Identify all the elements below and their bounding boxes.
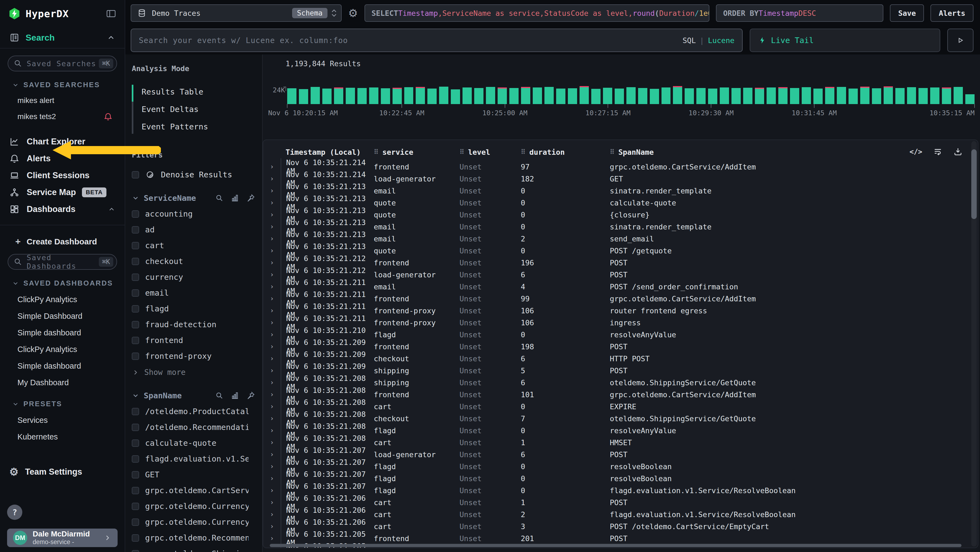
histogram-bar[interactable]: [591, 86, 601, 104]
column-header-service[interactable]: ⠿service: [374, 148, 460, 156]
row-expand-icon[interactable]: ›: [263, 379, 281, 386]
filter-option[interactable]: /oteldemo.Recommendatio…: [132, 423, 255, 432]
row-expand-icon[interactable]: ›: [263, 367, 281, 374]
histogram-bar[interactable]: [498, 86, 507, 104]
row-expand-icon[interactable]: ›: [263, 487, 281, 494]
filter-option[interactable]: grpc.oteldemo.CurrencyS…: [132, 502, 255, 511]
row-expand-icon[interactable]: ›: [263, 403, 281, 410]
row-expand-icon[interactable]: ›: [263, 463, 281, 470]
saved-search-item[interactable]: mikes tets2: [0, 112, 125, 121]
histogram-bar[interactable]: [942, 86, 951, 104]
code-view-icon[interactable]: </>: [910, 148, 922, 156]
filter-option[interactable]: flagd: [132, 304, 255, 313]
filter-option[interactable]: currency: [132, 273, 255, 282]
saved-dashboard-item[interactable]: Simple dashboard: [0, 328, 125, 337]
row-expand-icon[interactable]: ›: [263, 247, 281, 254]
checkbox[interactable]: [132, 337, 139, 344]
row-expand-icon[interactable]: ›: [263, 307, 281, 314]
histogram-bar[interactable]: [544, 86, 554, 104]
histogram-bar[interactable]: [825, 86, 834, 104]
checkbox[interactable]: [132, 503, 139, 510]
drag-handle-icon[interactable]: ⠿: [521, 148, 526, 156]
checkbox[interactable]: [132, 534, 139, 542]
histogram-bar[interactable]: [930, 86, 939, 104]
filter-option[interactable]: frontend-proxy: [132, 351, 255, 361]
histogram-bar[interactable]: [895, 86, 905, 104]
source-select[interactable]: Demo Traces Schema: [130, 4, 342, 22]
row-expand-icon[interactable]: ›: [263, 343, 281, 350]
chart-icon[interactable]: [231, 194, 239, 203]
histogram-bar[interactable]: [650, 86, 659, 104]
histogram-bar[interactable]: [615, 86, 624, 104]
checkbox[interactable]: [132, 242, 139, 249]
help-button[interactable]: ?: [7, 504, 22, 520]
saved-dashboard-item[interactable]: ClickPy Analytics: [0, 345, 125, 354]
row-expand-icon[interactable]: ›: [263, 331, 281, 338]
histogram-bar[interactable]: [755, 86, 764, 104]
filter-option[interactable]: grpc.oteldemo.CurrencyS…: [132, 517, 255, 526]
filter-option[interactable]: email: [132, 288, 255, 298]
drag-handle-icon[interactable]: ⠿: [374, 148, 379, 156]
checkbox[interactable]: [132, 518, 139, 526]
sidebar-item-dashboards[interactable]: Dashboards: [0, 201, 125, 218]
row-expand-icon[interactable]: ›: [263, 415, 281, 422]
download-icon[interactable]: [953, 147, 963, 156]
histogram-bar[interactable]: [486, 86, 495, 104]
row-expand-icon[interactable]: ›: [263, 534, 281, 542]
row-expand-icon[interactable]: ›: [263, 295, 281, 302]
histogram-bar[interactable]: [474, 86, 484, 104]
source-settings-gear-icon[interactable]: ⚙: [348, 7, 358, 19]
filter-option[interactable]: frontend: [132, 336, 255, 345]
filter-option[interactable]: accounting: [132, 209, 255, 219]
row-expand-icon[interactable]: ›: [263, 271, 281, 278]
column-header-timestamp-local-[interactable]: Timestamp (Local): [281, 148, 374, 156]
histogram-bar[interactable]: [416, 86, 425, 104]
histogram-bar[interactable]: [346, 86, 355, 104]
saved-dashboard-item[interactable]: Simple dashboard: [0, 362, 125, 370]
sidebar-item-service-map[interactable]: Service MapBETA: [0, 184, 125, 201]
histogram-bar[interactable]: [685, 86, 694, 104]
histogram-bar[interactable]: [358, 86, 367, 104]
saved-dashboard-item[interactable]: Simple Dashboard: [0, 312, 125, 321]
checkbox[interactable]: [132, 305, 139, 313]
chevron-up-icon[interactable]: [108, 206, 115, 213]
row-expand-icon[interactable]: ›: [263, 355, 281, 362]
filter-option[interactable]: checkout: [132, 257, 255, 266]
histogram-bar[interactable]: [404, 86, 414, 104]
checkbox[interactable]: [132, 408, 139, 415]
filter-option[interactable]: fraud-detection: [132, 320, 255, 329]
checkbox[interactable]: [132, 424, 139, 431]
histogram-bar[interactable]: [334, 86, 343, 104]
checkbox[interactable]: [132, 487, 139, 494]
row-expand-icon[interactable]: ›: [263, 211, 281, 219]
saved-dashboards-section[interactable]: SAVED DASHBOARDS: [0, 279, 125, 287]
sidebar-collapse-icon[interactable]: [106, 8, 116, 19]
histogram-bar[interactable]: [743, 86, 752, 104]
filter-option[interactable]: grpc.oteldemo.CartServi…: [132, 486, 255, 495]
saved-searches-input[interactable]: Saved Searches ⌘K: [8, 56, 117, 72]
histogram-bar[interactable]: [673, 86, 682, 104]
wrap-lines-icon[interactable]: [933, 147, 942, 156]
checkbox[interactable]: [132, 439, 139, 447]
sql-toggle[interactable]: SQL: [682, 36, 696, 45]
row-expand-icon[interactable]: ›: [263, 259, 281, 266]
histogram-bar[interactable]: [463, 86, 472, 104]
row-expand-icon[interactable]: ›: [263, 163, 281, 171]
histogram-bar[interactable]: [626, 86, 636, 104]
saved-dashboard-item[interactable]: ClickPy Analytics: [0, 295, 125, 304]
row-expand-icon[interactable]: ›: [263, 319, 281, 326]
user-menu[interactable]: DM Dale McDiarmid demo-service -: [7, 528, 118, 547]
histogram-bar[interactable]: [860, 86, 869, 104]
row-expand-icon[interactable]: ›: [263, 439, 281, 446]
histogram-bar[interactable]: [287, 86, 296, 104]
checkbox[interactable]: [132, 471, 139, 479]
save-button[interactable]: Save: [890, 4, 924, 22]
histogram-bar[interactable]: [802, 86, 811, 104]
show-more-button[interactable]: Show more: [132, 368, 255, 377]
search-icon[interactable]: [215, 194, 223, 202]
analysis-mode-event-patterns[interactable]: Event Patterns: [134, 118, 255, 136]
filter-option[interactable]: /oteldemo.ProductCatalo…: [132, 407, 255, 416]
histogram-bar[interactable]: [965, 86, 975, 104]
histogram-bar[interactable]: [393, 86, 402, 104]
row-expand-icon[interactable]: ›: [263, 523, 281, 530]
